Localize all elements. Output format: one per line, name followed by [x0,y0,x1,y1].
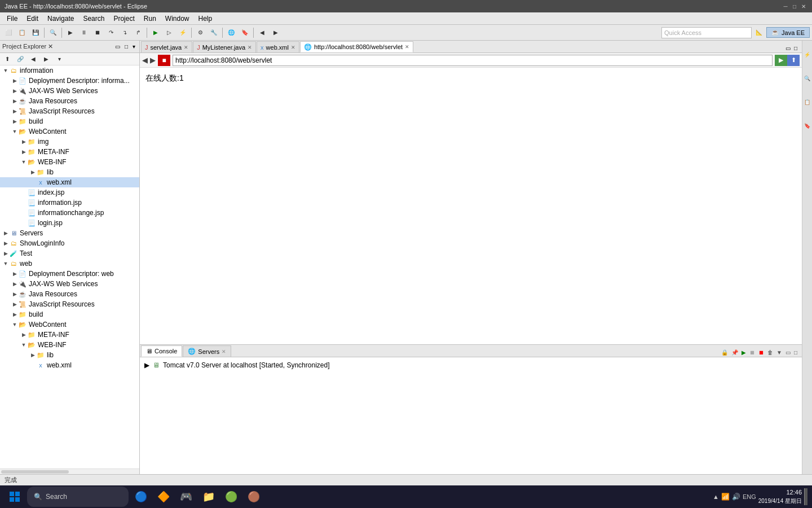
sidebar-hscroll[interactable] [0,468,139,474]
toolbar-step[interactable]: ↷ [105,27,117,39]
sidebar-min-btn[interactable]: ▭ [113,43,122,50]
tab-browser[interactable]: 🌐 http://localhost:8080/web/servlet ✕ [300,41,413,52]
tray-show-hidden[interactable]: ▲ [713,493,719,500]
tree-item-webxml-web[interactable]: ▶ x web.xml [0,360,139,370]
tree-item-loginjsp[interactable]: ▶ 📃 login.jsp [0,218,139,228]
menu-file[interactable]: File [2,14,22,24]
tray-network-icon[interactable]: 📶 [721,493,730,501]
toolbar-nav-fwd[interactable]: ▶ [270,27,282,39]
show-desktop-btn[interactable] [804,488,807,505]
minimize-button[interactable]: ─ [782,2,789,10]
toolbar-btn4[interactable]: 🔍 [47,27,59,39]
bottom-tab-servers[interactable]: 🌐 Servers ✕ [183,345,231,357]
console-pin-btn[interactable]: 📌 [730,348,739,357]
right-minibar-btn1[interactable]: ⚡ [804,43,811,65]
tree-item-informationchangejsp[interactable]: ▶ 📃 informationchange.jsp [0,208,139,218]
expand-web[interactable]: ▼ [2,260,9,267]
right-minibar-btn2[interactable]: 🔍 [804,67,811,89]
tree-item-test[interactable]: ▶ 🧪 Test [0,248,139,259]
expand-js-res-info[interactable]: ▶ [11,108,18,115]
tree-item-web-inf[interactable]: ▼ 📂 WEB-INF [0,157,139,167]
right-minibar-btn3[interactable]: 📋 [804,90,811,113]
toolbar-run[interactable]: ▶ [149,27,162,39]
tree-item-lib-web[interactable]: ▶ 📁 lib [0,350,139,360]
sidebar-fwd-btn[interactable]: ▶ [40,53,52,65]
tree-item-showlogininfo[interactable]: ▶ 🗂 ShowLoginInfo [0,238,139,248]
console-expand-btn[interactable]: ▶ [144,361,149,369]
tree-item-informationjsp[interactable]: ▶ 📃 information.jsp [0,198,139,208]
expand-java-res-info[interactable]: ▶ [11,98,18,104]
expand-js-res-web[interactable]: ▶ [11,301,18,308]
tree-item-lib[interactable]: ▶ 📁 lib [0,167,139,177]
browser-open-btn[interactable]: ⬆ [787,55,800,66]
expand-lib-web[interactable]: ▶ [29,352,36,358]
toolbar-stepinto[interactable]: ↴ [118,27,131,39]
tree-item-information[interactable]: ▼ 🗂 information [0,65,139,76]
tree-item-jaxws-info[interactable]: ▶ 🔌 JAX-WS Web Services [0,86,139,96]
taskbar-search-btn[interactable]: 🔍 Search [27,487,129,507]
console-max-btn[interactable]: □ [793,348,798,357]
browser-url-input[interactable] [173,55,773,66]
tree-item-webcontent-info[interactable]: ▼ 📂 WebContent [0,126,139,137]
expand-web-inf-web[interactable]: ▼ [20,341,27,348]
taskbar-explorer-btn[interactable]: 📁 [198,487,219,507]
tree-item-web-inf-web[interactable]: ▼ 📂 WEB-INF [0,340,139,350]
tree-item-build-info[interactable]: ▶ 📁 build [0,116,139,126]
start-button[interactable] [5,487,25,507]
sidebar-back-btn[interactable]: ◀ [27,53,39,65]
tree-item-js-res-web[interactable]: ▶ 📜 JavaScript Resources [0,299,139,309]
expand-deployment-info[interactable]: ▶ [11,77,18,84]
taskbar-blender-btn[interactable]: 🔵 [131,487,151,507]
browser-go-btn[interactable]: ▶ [775,55,787,66]
console-scroll-lock-btn[interactable]: 🔒 [720,348,729,357]
expand-web-inf[interactable]: ▼ [20,159,27,165]
tab-mylistener[interactable]: J MyListener.java ✕ [193,41,256,52]
toolbar-stepout[interactable]: ↱ [132,27,144,39]
right-minibar-btn4[interactable]: 🔖 [804,114,811,137]
menu-navigate[interactable]: Navigate [43,14,78,24]
console-run-btn[interactable]: ▶ [740,348,747,357]
tree-item-jaxws-web[interactable]: ▶ 🔌 JAX-WS Web Services [0,279,139,289]
toolbar-btn3[interactable]: 💾 [29,27,42,39]
tree-item-webcontent-web[interactable]: ▼ 📂 WebContent [0,319,139,330]
tab-list-btn[interactable]: ▭ [784,44,792,52]
sidebar-menu-btn[interactable]: ▾ [53,53,65,65]
expand-webcontent-info[interactable]: ▼ [11,128,18,135]
expand-webcontent-web[interactable]: ▼ [11,321,18,328]
browser-stop-btn[interactable]: ■ [158,55,170,66]
tab-close-browser[interactable]: ✕ [405,44,409,50]
taskbar-app5-btn[interactable]: 🟢 [221,487,241,507]
tree-item-meta-inf[interactable]: ▶ 📁 META-INF [0,147,139,157]
taskbar-steam-btn[interactable]: 🎮 [176,487,196,507]
tree-item-img[interactable]: ▶ 📁 img [0,137,139,147]
tab-webxml[interactable]: x web.xml ✕ [257,41,299,52]
menu-run[interactable]: Run [139,14,161,24]
expand-information[interactable]: ▼ [2,67,9,74]
toolbar-run3[interactable]: ⚡ [176,27,189,39]
toolbar-gear2[interactable]: 🔧 [208,27,220,39]
tree-item-web[interactable]: ▼ 🗂 web [0,259,139,269]
toolbar-gear[interactable]: ⚙ [194,27,206,39]
toolbar-debug[interactable]: ▶ [64,27,77,39]
browser-fwd-btn[interactable]: ▶ [150,56,156,64]
expand-img[interactable]: ▶ [20,138,27,145]
menu-window[interactable]: Window [161,14,194,24]
expand-deployment-web[interactable]: ▶ [11,270,18,277]
tree-item-deployment-info[interactable]: ▶ 📄 Deployment Descriptor: informa... [0,76,139,86]
console-stop-btn[interactable]: ⏹ [748,348,756,357]
menu-project[interactable]: Project [109,14,139,24]
expand-jaxws-web[interactable]: ▶ [11,281,18,287]
toolbar-new-btn[interactable]: ⬜ [2,27,15,39]
menu-edit[interactable]: Edit [22,14,43,24]
console-item-tomcat[interactable]: ▶ 🖥 Tomcat v7.0 Server at localhost [Sta… [144,360,797,371]
perspective-javaee[interactable]: ☕ Java EE [766,27,810,38]
taskbar-blender2-btn[interactable]: 🔶 [153,487,174,507]
bottom-tab-console[interactable]: 🖥 Console [141,345,182,357]
expand-meta-inf[interactable]: ▶ [20,148,27,155]
expand-meta-inf-web[interactable]: ▶ [20,331,27,338]
sidebar-view-btn[interactable]: ▾ [131,43,137,50]
sidebar-link-editor[interactable]: 🔗 [14,53,27,65]
sidebar-max-btn[interactable]: □ [123,43,130,50]
expand-build-web[interactable]: ▶ [11,311,18,318]
expand-showlogininfo[interactable]: ▶ [2,240,9,247]
